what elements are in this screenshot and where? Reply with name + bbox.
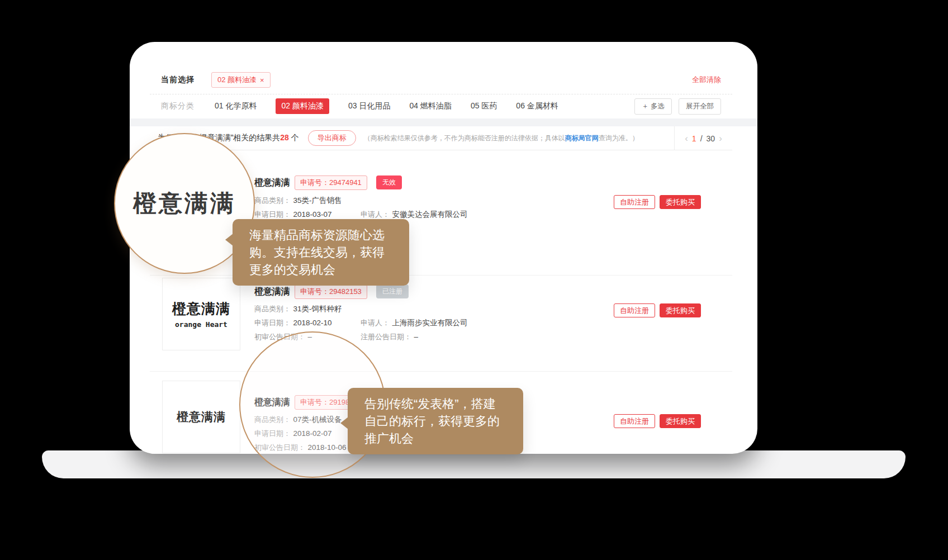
application-number-chip: 申请号：29482153	[295, 284, 367, 299]
trademark-name: 橙意满满	[254, 286, 290, 298]
trademark-office-link[interactable]: 商标局官网	[565, 134, 599, 142]
selected-filter-tag[interactable]: 02 颜料油漆 ×	[211, 72, 271, 88]
category-item-01[interactable]: 01 化学原料	[215, 101, 257, 111]
category-label: 商品类别：	[254, 305, 291, 313]
entrust-buy-button[interactable]: 委托购买	[660, 195, 701, 209]
entrust-buy-button[interactable]: 委托购买	[660, 303, 701, 317]
current-selection-bar: 当前选择 02 颜料油漆 × 全部清除	[150, 66, 732, 94]
reg-publish-field: 注册公告日期： –	[361, 331, 418, 342]
pagination-separator: /	[700, 134, 703, 143]
applicant-label: 申请人：	[361, 210, 390, 219]
self-register-button[interactable]: 自助注册	[614, 414, 655, 428]
current-selection-label: 当前选择	[161, 75, 195, 85]
chevron-left-icon[interactable]: ‹	[685, 133, 688, 144]
applicant-label: 申请人：	[361, 319, 390, 327]
apply-date-label: 申请日期：	[254, 210, 291, 219]
category-item-05[interactable]: 05 医药	[471, 101, 497, 111]
result-row-2: 橙意满满 orange Heart 橙意满满 申请号：29482153 已注册 …	[150, 275, 732, 371]
laptop-base	[42, 450, 906, 478]
application-number-label: 申请号：	[300, 178, 329, 187]
trademark-image-2[interactable]: 橙意满满 orange Heart	[162, 278, 240, 350]
clear-all-button[interactable]: 全部清除	[692, 75, 721, 85]
category-field: 商品类别： 35类-广告销售	[254, 195, 342, 206]
tooltip-promotion: 告别传统“发表格”，搭建自己的标行，获得更多的推广机会	[348, 388, 523, 454]
export-trademarks-button[interactable]: 导出商标	[308, 130, 356, 146]
laptop-mockup: 当前选择 02 颜料油漆 × 全部清除 商标分类 01 化学原料 02 颜料油漆…	[0, 0, 948, 560]
category-field: 商品类别： 31类-饲料种籽	[254, 303, 342, 314]
application-number-value: 29474941	[329, 178, 362, 187]
selected-filter-tag-text: 02 颜料油漆	[217, 75, 257, 85]
panel-divider	[130, 118, 757, 126]
category-value: 35类-广告销售	[293, 196, 342, 205]
results-count-suffix: 个	[289, 133, 299, 142]
category-actions: ＋ 多选 展开全部	[634, 98, 721, 115]
applicant-field: 申请人： 上海雨步实业有限公司	[361, 317, 467, 328]
filter-panel: 当前选择 02 颜料油漆 × 全部清除 商标分类 01 化学原料 02 颜料油漆…	[150, 66, 732, 118]
applicant-value: 上海雨步实业有限公司	[392, 319, 467, 327]
applicant-field: 申请人： 安徽美达会展有限公司	[361, 209, 467, 220]
status-badge: 已注册	[376, 284, 409, 298]
category-item-04[interactable]: 04 燃料油脂	[409, 101, 451, 111]
category-bar: 商标分类 01 化学原料 02 颜料油漆 03 日化用品 04 燃料油脂 05 …	[150, 94, 732, 118]
trademark-name: 橙意满满	[254, 177, 290, 189]
trademark-image-3[interactable]: 橙意满满	[162, 381, 240, 453]
trademark-image-text: 橙意满满	[172, 300, 230, 318]
apply-date-label: 申请日期：	[254, 319, 291, 327]
entrust-buy-button[interactable]: 委托购买	[660, 414, 701, 428]
results-disclaimer: （商标检索结果仅供参考，不作为商标能否注册的法律依据；具体以商标局官网查询为准。…	[364, 134, 639, 143]
trademark-image-subtext: orange Heart	[175, 320, 227, 329]
application-number-value: 29482153	[329, 287, 362, 296]
trademark-image-text: 橙意满满	[177, 409, 226, 425]
category-item-06[interactable]: 06 金属材料	[516, 101, 558, 111]
category-bar-label: 商标分类	[161, 101, 195, 111]
disclaimer-pre: （商标检索结果仅供参考，不作为商标能否注册的法律依据；具体以	[364, 134, 565, 142]
self-register-button[interactable]: 自助注册	[614, 195, 655, 209]
close-icon[interactable]: ×	[260, 76, 264, 84]
applicant-value: 安徽美达会展有限公司	[392, 210, 467, 219]
application-number-chip: 申请号：29474941	[295, 175, 367, 190]
apply-date-value: 2018-02-10	[293, 319, 331, 327]
category-item-02-selected[interactable]: 02 颜料油漆	[276, 98, 329, 114]
tooltip-marketplace: 海量精品商标资源随心选购。支持在线交易，获得更多的交易机会	[233, 219, 409, 286]
application-number-label: 申请号：	[300, 287, 329, 296]
magnified-trademark-text: 橙意满满	[133, 188, 236, 219]
apply-date-value: 2018-03-07	[293, 210, 331, 219]
pagination-total: 30	[707, 134, 715, 143]
disclaimer-post: 查询为准。）	[599, 134, 639, 142]
results-count-number: 28	[280, 133, 289, 142]
results-header: 为您检索到“橙意满满”相关的结果共28 个 导出商标 （商标检索结果仅供参考，不…	[150, 126, 732, 150]
reg-publish-value: –	[414, 333, 418, 341]
chevron-right-icon[interactable]: ›	[719, 133, 722, 144]
apply-date-field: 申请日期： 2018-03-07	[254, 209, 332, 220]
apply-date-field: 申请日期： 2018-02-10	[254, 317, 332, 328]
category-label: 商品类别：	[254, 196, 291, 205]
expand-all-button[interactable]: 展开全部	[679, 98, 721, 115]
status-badge: 无效	[376, 175, 402, 189]
multi-select-button[interactable]: ＋ 多选	[634, 98, 672, 115]
category-value: 31类-饲料种籽	[293, 305, 342, 313]
category-item-03[interactable]: 03 日化用品	[348, 101, 390, 111]
pagination: ‹ 1 / 30 ›	[674, 126, 732, 150]
reg-publish-label: 注册公告日期：	[361, 333, 411, 341]
pagination-current: 1	[692, 134, 696, 143]
self-register-button[interactable]: 自助注册	[614, 303, 655, 317]
